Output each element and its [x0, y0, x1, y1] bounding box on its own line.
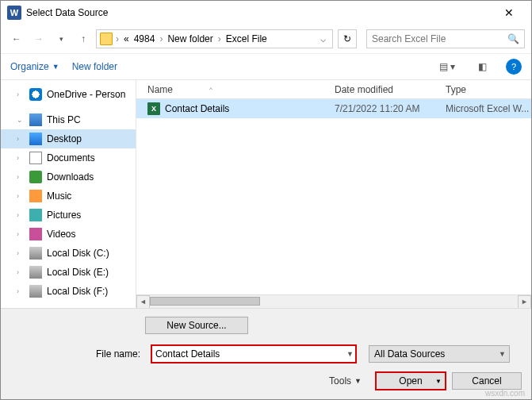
split-dropdown-icon[interactable]: ▼: [435, 378, 442, 385]
navigation-pane: ›OneDrive - Person ⌄This PC ›Desktop ›Do…: [1, 80, 136, 308]
col-name[interactable]: Name: [147, 84, 173, 95]
filetype-filter[interactable]: All Data Sources ▼: [369, 345, 510, 363]
nav-music[interactable]: ›Music: [1, 187, 136, 206]
nav-label: Desktop: [47, 133, 82, 144]
col-date[interactable]: Date modified: [335, 84, 446, 95]
close-icon[interactable]: ✕: [493, 1, 525, 25]
chevron-right-icon[interactable]: ›: [216, 33, 223, 44]
search-input[interactable]: Search Excel File 🔍: [366, 29, 525, 48]
window-title: Select Data Source: [26, 7, 493, 18]
filename-label: File name:: [10, 348, 145, 360]
forward-button: →: [29, 29, 48, 48]
desktop-icon: [29, 133, 42, 145]
nav-documents[interactable]: ›Documents: [1, 148, 136, 167]
nav-label: Documents: [47, 152, 95, 163]
up-button[interactable]: ↑: [74, 29, 93, 48]
nav-local-disk-f[interactable]: ›Local Disk (F:): [1, 282, 136, 301]
help-icon[interactable]: ?: [506, 59, 522, 75]
nav-onedrive[interactable]: ›OneDrive - Person: [1, 85, 136, 104]
nav-label: Local Disk (F:): [47, 286, 108, 297]
music-icon: [29, 190, 42, 202]
tools-label: Tools: [329, 375, 351, 387]
chevron-down-icon[interactable]: ▼: [499, 350, 506, 358]
chevron-right-icon[interactable]: ›: [158, 33, 164, 44]
col-type[interactable]: Type: [446, 84, 531, 95]
sort-indicator-icon: ^: [209, 86, 212, 93]
file-date: 7/21/2022 11:20 AM: [335, 103, 446, 114]
filter-label: All Data Sources: [374, 348, 445, 360]
nav-label: Local Disk (E:): [47, 267, 109, 278]
nav-videos[interactable]: ›Videos: [1, 225, 136, 244]
new-source-button[interactable]: New Source...: [145, 317, 248, 334]
pc-icon: [29, 113, 42, 126]
recent-dropdown[interactable]: ▾: [52, 29, 71, 48]
nav-label: Music: [47, 190, 71, 202]
scroll-thumb[interactable]: [150, 297, 260, 306]
excel-icon: X: [147, 102, 160, 115]
file-row[interactable]: XContact Details 7/21/2022 11:20 AM Micr…: [136, 99, 531, 118]
nav-local-disk-e[interactable]: ›Local Disk (E:): [1, 263, 136, 282]
organize-label: Organize: [10, 61, 49, 72]
new-folder-button[interactable]: New folder: [72, 61, 117, 72]
disk-icon: [29, 247, 42, 260]
word-icon: W: [7, 6, 21, 20]
nav-thispc[interactable]: ⌄This PC: [1, 110, 136, 129]
nav-label: Local Disk (C:): [47, 248, 109, 259]
disk-icon: [29, 285, 42, 298]
disk-icon: [29, 266, 42, 279]
videos-icon: [29, 228, 42, 240]
cancel-button[interactable]: Cancel: [452, 372, 522, 390]
folder-icon: [100, 33, 113, 45]
chevron-down-icon: ▼: [52, 63, 59, 71]
chevron-down-icon: ▼: [354, 377, 362, 385]
chevron-right-icon[interactable]: ›: [114, 33, 121, 44]
chevron-down-icon[interactable]: ▼: [346, 350, 354, 358]
downloads-icon: [29, 171, 42, 183]
pictures-icon: [29, 209, 42, 221]
search-icon: 🔍: [507, 33, 519, 44]
nav-local-disk-c[interactable]: ›Local Disk (C:): [1, 244, 136, 263]
documents-icon: [29, 152, 42, 164]
breadcrumb-seg[interactable]: Excel File: [224, 33, 269, 44]
scroll-right-icon[interactable]: ►: [518, 295, 531, 309]
nav-label: This PC: [47, 114, 81, 125]
column-headers[interactable]: Name^ Date modified Type: [136, 80, 531, 99]
nav-downloads[interactable]: ›Downloads: [1, 167, 136, 187]
breadcrumb-seg[interactable]: New folder: [166, 33, 214, 44]
search-placeholder: Search Excel File: [372, 33, 507, 44]
breadcrumb-seg[interactable]: «: [122, 33, 131, 44]
watermark: wsxdn.com: [485, 389, 525, 398]
breadcrumb[interactable]: › « 4984 › New folder › Excel File ⌵: [96, 29, 333, 48]
nav-label: Pictures: [47, 210, 81, 221]
file-type: Microsoft Excel W...: [446, 103, 531, 114]
filename-input[interactable]: Contact Details ▼: [151, 345, 356, 363]
filename-value: Contact Details: [155, 348, 220, 360]
nav-label: Videos: [47, 229, 75, 240]
breadcrumb-seg[interactable]: 4984: [132, 33, 157, 44]
horizontal-scrollbar[interactable]: ◄ ►: [136, 294, 531, 308]
cloud-icon: [29, 88, 42, 101]
nav-pictures[interactable]: ›Pictures: [1, 206, 136, 225]
breadcrumb-dropdown-icon[interactable]: ⌵: [317, 33, 329, 44]
nav-desktop[interactable]: ›Desktop: [1, 129, 136, 148]
nav-label: Downloads: [47, 171, 94, 183]
open-button[interactable]: Open ▼: [376, 372, 446, 390]
preview-pane-button[interactable]: ◧: [471, 58, 493, 75]
scroll-left-icon[interactable]: ◄: [136, 295, 150, 309]
refresh-button[interactable]: ↻: [338, 29, 357, 48]
nav-label: OneDrive - Person: [47, 89, 125, 100]
file-name: Contact Details: [165, 103, 229, 114]
back-button[interactable]: ←: [7, 29, 26, 48]
organize-menu[interactable]: Organize ▼: [10, 61, 59, 72]
view-options-button[interactable]: ▤ ▾: [436, 58, 458, 75]
open-label: Open: [399, 375, 422, 387]
tools-menu[interactable]: Tools ▼: [329, 375, 362, 387]
